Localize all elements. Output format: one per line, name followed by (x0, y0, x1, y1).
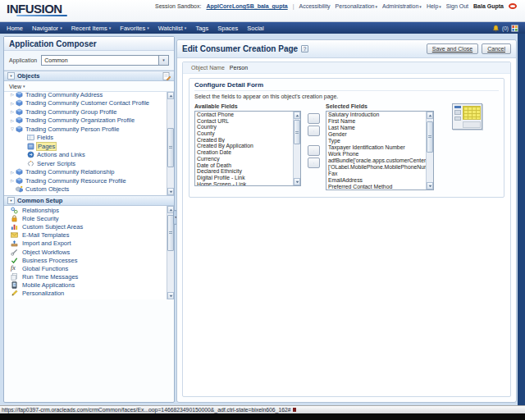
list-option[interactable]: County (195, 130, 294, 137)
scroll-down-icon[interactable] (294, 178, 300, 185)
scroll-up-icon[interactable] (427, 112, 433, 119)
list-option[interactable]: First Name (326, 118, 427, 125)
list-option[interactable]: ['OLabel.MobilePhone.MobilePhoneNumber'] (326, 164, 427, 171)
expand-icon[interactable]: ▷ (9, 92, 16, 97)
accessibility-link[interactable]: Accessibility (299, 3, 330, 9)
personalization-menu[interactable]: Personalization▾ (336, 3, 377, 9)
apps-grid-icon[interactable] (511, 25, 518, 32)
tree-item-pages[interactable]: Pages (4, 142, 174, 151)
list-option[interactable]: Contact URL (195, 118, 294, 125)
expand-icon[interactable]: ▷ (9, 170, 16, 175)
list-option[interactable]: Type (326, 138, 427, 144)
sign-out-link[interactable]: Sign Out (446, 3, 468, 9)
tree-item-trading-community-resource-profile[interactable]: ▷ Trading Community Resource Profile (4, 176, 174, 185)
scroll-down-icon[interactable] (167, 188, 174, 195)
common-setup-item-business-processes[interactable]: Business Processes (4, 256, 174, 264)
list-option[interactable]: Digital Profile - Link (195, 175, 294, 181)
list-option[interactable]: adfBundle['oracle.apps.customerCenter.ap… (326, 158, 427, 164)
available-fields-scrollbar-thumb[interactable] (294, 120, 300, 144)
move-down-button[interactable] (437, 141, 447, 148)
save-and-close-button[interactable]: Save and Close (427, 43, 478, 54)
move-up-button[interactable] (437, 133, 447, 140)
tree-item-trading-community-customer-contact-profile[interactable]: ▷ Trading Community Customer Contact Pro… (4, 99, 174, 108)
available-fields-scrollbar[interactable] (293, 112, 300, 185)
list-option[interactable]: Last Name (326, 125, 427, 131)
help-menu[interactable]: Help▾ (427, 3, 441, 9)
expand-icon[interactable]: ▷ (9, 109, 16, 114)
tree-scrollbar-thumb[interactable] (167, 128, 174, 167)
collapse-triangle-icon[interactable]: ▼ (7, 197, 15, 204)
nav-watchlist[interactable]: Watchlist▾ (158, 25, 187, 32)
chevron-down-icon[interactable]: ▾ (158, 56, 168, 65)
list-option[interactable]: EmailAddress (326, 177, 427, 184)
selected-fields-scrollbar[interactable] (426, 112, 433, 189)
common-setup-item-personalization[interactable]: Personalization (4, 290, 174, 298)
common-setup-item-mobile-applications[interactable]: Mobile Applications (4, 281, 174, 290)
cancel-button[interactable]: Cancel (482, 43, 511, 54)
nav-favorites[interactable]: Favorites▾ (120, 25, 148, 32)
common-setup-item-global-functions[interactable]: fx Global Functions (4, 264, 174, 272)
common-setup-item-relationships[interactable]: Relationships (4, 206, 174, 214)
tree-item-trading-community-group-profile[interactable]: ▷ Trading Community Group Profile (4, 107, 174, 116)
administration-menu[interactable]: Administration▾ (382, 3, 422, 9)
list-option[interactable]: Salutary Introduction (326, 112, 427, 118)
tree-item-trading-community-address[interactable]: ▷ Trading Community Address (4, 92, 174, 99)
collapse-icon[interactable]: ▽ (9, 126, 16, 131)
move-all-left-button[interactable] (308, 158, 320, 168)
tree-item-trading-community-organization-profile[interactable]: ▷ Trading Community Organization Profile (4, 116, 174, 126)
objects-section-header[interactable]: ▼ Objects (4, 71, 174, 81)
move-to-bottom-button[interactable] (437, 149, 447, 157)
list-option[interactable]: Created By (195, 137, 294, 144)
move-selected-right-button[interactable] (308, 113, 320, 124)
common-setup-item-object-workflows[interactable]: Object Workflows (4, 248, 174, 256)
scroll-down-icon[interactable] (427, 182, 433, 189)
nav-social[interactable]: Social (247, 25, 263, 32)
session-sandbox-link[interactable]: ApplCoreLongSB_bala_gupta (206, 3, 287, 9)
expand-icon[interactable]: ▷ (9, 118, 16, 123)
list-option[interactable]: Gender (326, 131, 427, 138)
list-option[interactable]: Country (195, 124, 294, 130)
nav-navigator[interactable]: Navigator▾ (32, 25, 62, 32)
move-all-right-button[interactable] (308, 126, 320, 136)
list-option[interactable]: Declared Ethnicity (195, 168, 294, 175)
list-option[interactable]: Currency (195, 156, 294, 162)
available-fields-listbox[interactable]: Contact Phone Contact URL Country County… (194, 111, 301, 186)
list-option[interactable]: Home Screen - Link (195, 181, 294, 186)
tree-item-custom-objects[interactable]: Custom Objects (4, 185, 174, 194)
common-setup-section-header[interactable]: ▼ Common Setup (4, 195, 174, 206)
view-menu-button[interactable]: View (9, 84, 21, 89)
tree-item-server-scripts[interactable]: Server Scripts (4, 159, 174, 168)
application-select[interactable]: Common ▾ (41, 55, 169, 66)
move-to-top-button[interactable] (437, 125, 447, 132)
list-option[interactable]: Created By Application (195, 143, 294, 149)
scroll-up-icon[interactable] (167, 92, 174, 99)
list-option[interactable]: Creation Date (195, 149, 294, 156)
list-option[interactable]: Date of Death (195, 162, 294, 169)
selected-fields-scrollbar-thumb[interactable] (427, 121, 433, 153)
nav-recent-items[interactable]: Recent Items▾ (71, 25, 112, 32)
common-setup-item-custom-subject-areas[interactable]: Custom Subject Areas (4, 222, 174, 231)
list-option[interactable]: Work Phone (326, 151, 427, 158)
expand-icon[interactable]: ▷ (9, 178, 16, 183)
tree-item-trading-community-person-profile[interactable]: ▽ Trading Community Person Profile (4, 125, 174, 134)
nav-tags[interactable]: Tags (195, 25, 208, 32)
move-selected-left-button[interactable] (308, 145, 320, 156)
common-setup-item-email-templates[interactable]: E-Mail Templates (4, 231, 174, 240)
common-setup-item-run-time-messages[interactable]: Run Time Messages (4, 273, 174, 281)
list-option[interactable]: Fax (326, 171, 427, 177)
expand-icon[interactable]: ▷ (9, 101, 16, 106)
common-setup-item-role-security[interactable]: Role Security (4, 214, 174, 222)
list-option[interactable]: Taxpayer Identification Number (326, 144, 427, 151)
selected-fields-listbox[interactable]: Salutary Introduction First Name Last Na… (326, 111, 434, 190)
list-option[interactable]: Preferred Contact Method (326, 184, 427, 190)
tree-item-trading-community-relationship[interactable]: ▷ Trading Community Relationship (4, 168, 174, 177)
help-icon[interactable]: ? (301, 45, 308, 52)
nav-home[interactable]: Home (7, 25, 23, 32)
edit-page-icon[interactable] (162, 72, 171, 80)
notification-bell-icon[interactable] (492, 25, 500, 32)
list-option[interactable]: Contact Phone (195, 112, 294, 118)
tree-item-actions-and-links[interactable]: Actions and Links (4, 151, 174, 160)
scroll-up-icon[interactable] (294, 112, 300, 119)
collapse-triangle-icon[interactable]: ▼ (7, 72, 15, 80)
nav-spaces[interactable]: Spaces (217, 25, 238, 32)
